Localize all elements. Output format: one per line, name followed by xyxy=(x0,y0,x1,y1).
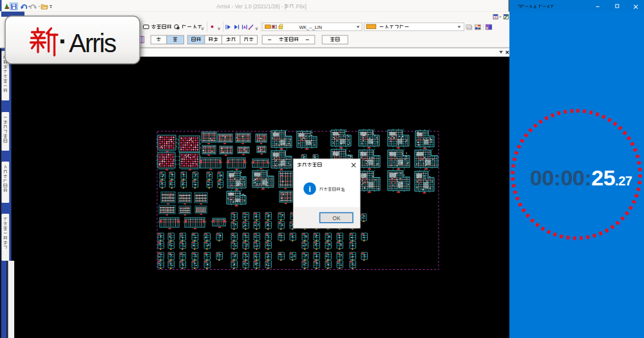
svg-text:Arris4 - Ver 1.0 (2021/1/28) -: Arris4 - Ver 1.0 (2021/1/28) - [ xyxy=(216,4,287,10)
svg-text:.F6x]: .F6x] xyxy=(295,4,307,10)
svg-text:Arris: Arris xyxy=(69,29,116,57)
svg-text:OK: OK xyxy=(332,215,341,221)
svg-text:WK_--_LIN: WK_--_LIN xyxy=(299,24,323,30)
svg-text:&: & xyxy=(534,5,537,9)
svg-text:i: i xyxy=(308,184,311,194)
